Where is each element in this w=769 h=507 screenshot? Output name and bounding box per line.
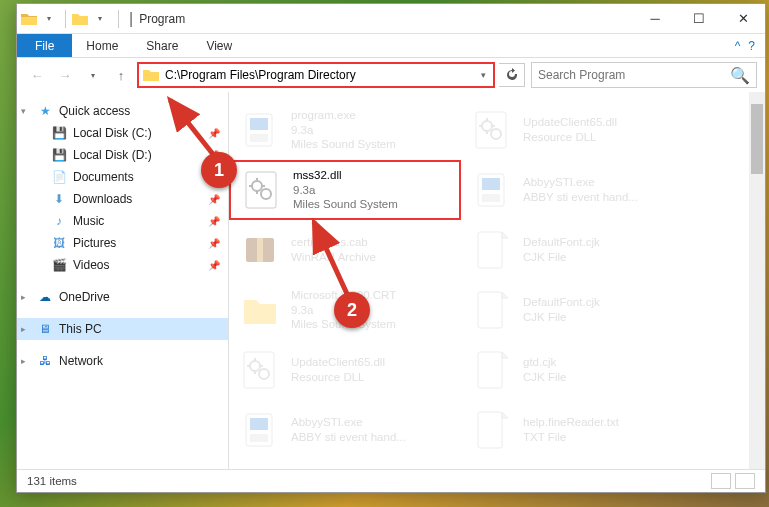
file-icon <box>237 347 283 393</box>
file-name: program.exe <box>291 108 396 123</box>
svg-rect-21 <box>478 292 502 328</box>
svg-rect-18 <box>482 178 500 190</box>
view-large-button[interactable] <box>735 473 755 489</box>
svg-rect-19 <box>482 194 500 202</box>
file-name: DefaultFont.cjk <box>523 235 600 250</box>
navbar: ← → ▾ ↑ C:\Program Files\Program Directo… <box>17 58 765 92</box>
file-item[interactable]: mss32.dll9.3aMiles Sound System <box>229 160 461 220</box>
file-item[interactable]: AbbyySTI.exeABBY sti event hand... <box>461 160 693 220</box>
search-icon[interactable]: 🔍 <box>730 66 750 85</box>
sidebar-item-label: Downloads <box>73 192 132 206</box>
svg-rect-13 <box>250 434 268 442</box>
sidebar-item[interactable]: ⬇Downloads📌 <box>17 188 228 210</box>
close-button[interactable]: ✕ <box>721 4 765 33</box>
file-sub: Miles Sound System <box>293 197 398 212</box>
chevron-right-icon[interactable]: ▸ <box>21 292 26 302</box>
sidebar-item-icon: 📄 <box>51 169 67 185</box>
file-item[interactable]: UpdateClient65.dllResource DLL <box>229 340 461 400</box>
sidebar-network[interactable]: ▸ 🖧 Network <box>17 350 228 372</box>
chevron-right-icon[interactable]: ▸ <box>21 356 26 366</box>
qat-more-icon[interactable]: ▾ <box>90 9 110 29</box>
file-item[interactable]: UpdateClient65.dllResource DLL <box>461 100 693 160</box>
sidebar-item[interactable]: ♪Music📌 <box>17 210 228 232</box>
file-icon <box>237 107 283 153</box>
file-sub: 9.3a <box>293 183 398 198</box>
tab-file[interactable]: File <box>17 34 72 57</box>
file-name: gtd.cjk <box>523 355 566 370</box>
window-title: Program <box>139 12 185 26</box>
sidebar-this-pc[interactable]: ▸ 🖥 This PC <box>17 318 228 340</box>
file-sub: CJK File <box>523 310 600 325</box>
sidebar-item-label: Music <box>73 214 104 228</box>
maximize-button[interactable]: ☐ <box>677 4 721 33</box>
file-item[interactable]: help.fineReader.txtTXT File <box>461 400 693 460</box>
sidebar-item-label: Local Disk (D:) <box>73 148 152 162</box>
tab-home[interactable]: Home <box>72 34 132 57</box>
svg-rect-7 <box>257 238 263 262</box>
view-details-button[interactable] <box>711 473 731 489</box>
address-folder-icon <box>143 68 159 82</box>
chevron-right-icon[interactable]: ▸ <box>21 324 26 334</box>
sidebar-item-icon: 💾 <box>51 147 67 163</box>
sidebar-item[interactable]: 🖼Pictures📌 <box>17 232 228 254</box>
ribbon-collapse-icon[interactable]: ^ <box>735 39 741 53</box>
svg-rect-22 <box>478 352 502 388</box>
address-path[interactable]: C:\Program Files\Program Directory <box>163 68 473 82</box>
sidebar-item-label: Pictures <box>73 236 116 250</box>
scrollbar-thumb[interactable] <box>751 104 763 174</box>
sidebar-item[interactable]: 🎬Videos📌 <box>17 254 228 276</box>
minimize-button[interactable]: ─ <box>633 4 677 33</box>
sidebar-item-label: Documents <box>73 170 134 184</box>
sidebar-item-icon: ♪ <box>51 213 67 229</box>
sidebar-item-icon: 🎬 <box>51 257 67 273</box>
qat-dropdown-icon[interactable]: ▾ <box>39 9 59 29</box>
tab-view[interactable]: View <box>192 34 246 57</box>
file-item[interactable]: gtd.cjkCJK File <box>461 340 693 400</box>
nav-back-button[interactable]: ← <box>25 63 49 87</box>
cloud-icon: ☁ <box>37 289 53 305</box>
file-icon <box>237 407 283 453</box>
qat-folder-icon[interactable] <box>72 12 88 26</box>
file-name: AbbyySTI.exe <box>523 175 638 190</box>
file-sub: Miles Sound System <box>291 137 396 152</box>
file-name: DefaultFont.cjk <box>523 295 600 310</box>
status-item-count: 131 items <box>27 475 77 487</box>
explorer-window: ▾ ▾ | Program ─ ☐ ✕ File Home Share View… <box>16 3 766 493</box>
chevron-down-icon[interactable]: ▾ <box>21 106 26 116</box>
file-icon <box>469 407 515 453</box>
titlebar: ▾ ▾ | Program ─ ☐ ✕ <box>17 4 765 34</box>
nav-up-button[interactable]: ↑ <box>109 63 133 87</box>
svg-rect-2 <box>250 134 268 142</box>
monitor-icon: 🖥 <box>37 321 53 337</box>
sidebar-item-label: Local Disk (C:) <box>73 126 152 140</box>
sidebar-onedrive[interactable]: ▸ ☁ OneDrive <box>17 286 228 308</box>
address-bar[interactable]: C:\Program Files\Program Directory ▾ <box>137 62 495 88</box>
nav-forward-button[interactable]: → <box>53 63 77 87</box>
refresh-button[interactable] <box>499 63 525 87</box>
file-name: UpdateClient65.dll <box>291 355 385 370</box>
address-dropdown-icon[interactable]: ▾ <box>473 70 493 80</box>
nav-history-dropdown[interactable]: ▾ <box>81 63 105 87</box>
help-icon[interactable]: ? <box>748 39 755 53</box>
search-box[interactable]: 🔍 <box>531 62 757 88</box>
file-name: AbbyySTI.exe <box>291 415 406 430</box>
file-sub: 9.3a <box>291 123 396 138</box>
sidebar-item-icon: 💾 <box>51 125 67 141</box>
tab-share[interactable]: Share <box>132 34 192 57</box>
file-sub: CJK File <box>523 250 600 265</box>
file-icon <box>239 167 285 213</box>
sidebar-item-icon: 🖼 <box>51 235 67 251</box>
annotation-callout-1: 1 <box>201 152 237 188</box>
file-item[interactable]: program.exe9.3aMiles Sound System <box>229 100 461 160</box>
scrollbar[interactable] <box>749 92 765 469</box>
annotation-arrow-1 <box>156 90 238 160</box>
file-icon <box>469 287 515 333</box>
file-sub: ABBY sti event hand... <box>291 430 406 445</box>
file-item[interactable]: DefaultFont.cjkCJK File <box>461 220 693 280</box>
sidebar-item[interactable]: 📄Documents📌 <box>17 166 228 188</box>
file-item[interactable]: DefaultFont.cjkCJK File <box>461 280 693 340</box>
annotation-callout-2: 2 <box>334 292 370 328</box>
search-input[interactable] <box>538 68 730 82</box>
ribbon-tabs: File Home Share View ^ ? <box>17 34 765 58</box>
file-item[interactable]: AbbyySTI.exeABBY sti event hand... <box>229 400 461 460</box>
